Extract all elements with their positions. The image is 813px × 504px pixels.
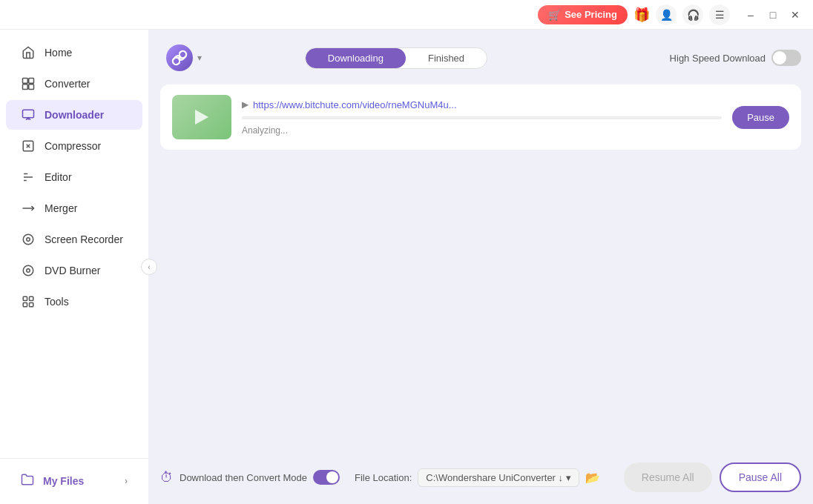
sidebar-label-dvd-burner: DVD Burner [45, 265, 100, 276]
tab-downloading[interactable]: Downloading [306, 48, 406, 68]
tab-switcher: Downloading Finished [305, 47, 487, 69]
headphone-icon[interactable]: 🎧 [682, 4, 703, 25]
download-info: ▶ https://www.bitchute.com/video/rneMGNu… [242, 99, 722, 136]
svg-point-15 [27, 269, 30, 273]
svg-rect-3 [29, 84, 34, 90]
svg-rect-4 [23, 110, 34, 118]
converter-icon [21, 76, 36, 91]
download-status: Analyzing... [242, 125, 722, 136]
sidebar-item-editor[interactable]: Editor [6, 162, 142, 192]
dropdown-chevron-icon: ▾ [566, 472, 571, 483]
my-files-label: My Files [43, 475, 84, 487]
add-url-icon [166, 44, 193, 71]
sidebar-item-compressor[interactable]: Compressor [6, 131, 142, 161]
menu-icon[interactable]: ☰ [709, 4, 730, 25]
add-url-button[interactable]: ▾ [160, 42, 208, 74]
svg-rect-17 [30, 296, 33, 300]
file-location-select[interactable]: C:\Wondershare UniConverter ↓ ▾ [418, 468, 579, 487]
video-link-icon: ▶ [242, 99, 248, 110]
high-speed-toggle[interactable] [771, 50, 801, 66]
svg-rect-19 [30, 303, 33, 307]
cart-icon: 🛒 [548, 9, 561, 21]
tab-finished[interactable]: Finished [406, 48, 487, 68]
home-icon [21, 45, 36, 60]
clock-icon: ⏱ [160, 470, 174, 485]
content-area: ▾ Downloading Finished High Speed Downlo… [148, 30, 813, 504]
maximize-button[interactable]: □ [763, 4, 783, 25]
resume-all-button[interactable]: Resume All [624, 462, 712, 492]
tools-icon [21, 294, 36, 309]
sidebar-item-converter[interactable]: Converter [6, 69, 142, 99]
my-files-icon [21, 473, 34, 488]
main-layout: Home Converter Downloader Compressor [0, 30, 813, 504]
sidebar-item-tools[interactable]: Tools [6, 287, 142, 316]
add-url-chevron-icon: ▾ [197, 53, 202, 63]
download-url: https://www.bitchute.com/video/rneMGNuM4… [253, 99, 457, 110]
gift-icon[interactable]: 🎁 [633, 7, 650, 23]
screen-recorder-icon [21, 232, 36, 247]
profile-icon[interactable]: 👤 [656, 4, 677, 25]
see-pricing-button[interactable]: 🛒 See Pricing [538, 5, 628, 24]
window-controls: – □ ✕ [740, 4, 806, 25]
title-bar: 🛒 See Pricing 🎁 👤 🎧 ☰ – □ ✕ [0, 0, 813, 30]
video-thumbnail [172, 95, 231, 139]
download-convert-mode: ⏱ Download then Convert Mode [160, 470, 340, 485]
svg-rect-18 [23, 303, 27, 307]
merger-icon [21, 201, 36, 216]
sidebar-label-merger: Merger [45, 202, 77, 214]
sidebar-item-screen-recorder[interactable]: Screen Recorder [6, 225, 142, 254]
sidebar-bottom: My Files › [0, 458, 148, 497]
sidebar-item-home[interactable]: Home [6, 38, 142, 67]
my-files-arrow-icon: › [125, 476, 128, 486]
close-button[interactable]: ✕ [785, 4, 806, 25]
svg-point-14 [23, 265, 33, 276]
svg-rect-2 [23, 84, 28, 90]
file-location-label: File Location: [355, 472, 412, 483]
sidebar-item-downloader[interactable]: Downloader [6, 100, 142, 130]
minimize-button[interactable]: – [740, 4, 761, 25]
sidebar-toggle[interactable]: ‹ [141, 259, 157, 275]
dvd-burner-icon [21, 263, 36, 278]
bottom-actions: Resume All Pause All [624, 462, 801, 492]
pause-all-button[interactable]: Pause All [720, 462, 801, 492]
download-list: ▶ https://www.bitchute.com/video/rneMGNu… [160, 84, 801, 452]
progress-bar-container [242, 116, 722, 119]
svg-rect-0 [23, 79, 28, 84]
convert-mode-toggle[interactable] [313, 470, 340, 485]
high-speed-download: High Speed Download [670, 50, 801, 66]
top-bar: ▾ Downloading Finished High Speed Downlo… [160, 42, 801, 74]
url-row: ▶ https://www.bitchute.com/video/rneMGNu… [242, 99, 722, 110]
sidebar-label-downloader: Downloader [45, 109, 104, 121]
svg-rect-1 [29, 79, 34, 84]
high-speed-label: High Speed Download [670, 53, 766, 64]
bottom-bar: ⏱ Download then Convert Mode File Locati… [160, 462, 801, 492]
download-item: ▶ https://www.bitchute.com/video/rneMGNu… [160, 84, 801, 150]
play-icon [195, 110, 208, 125]
see-pricing-label: See Pricing [565, 9, 617, 20]
sidebar-item-my-files[interactable]: My Files › [6, 465, 142, 496]
editor-icon [21, 170, 36, 185]
sidebar: Home Converter Downloader Compressor [0, 30, 148, 504]
sidebar-label-screen-recorder: Screen Recorder [45, 233, 123, 245]
file-location-value: C:\Wondershare UniConverter ↓ [426, 472, 563, 483]
sidebar-label-converter: Converter [45, 78, 90, 90]
compressor-icon [21, 139, 36, 153]
folder-open-icon[interactable]: 📂 [585, 471, 600, 485]
toggle-chevron-icon: ‹ [148, 263, 150, 271]
sidebar-label-editor: Editor [45, 171, 72, 183]
svg-rect-16 [23, 296, 27, 300]
downloader-icon [21, 107, 36, 122]
sidebar-item-merger[interactable]: Merger [6, 193, 142, 223]
download-convert-label: Download then Convert Mode [180, 472, 307, 483]
pause-button[interactable]: Pause [732, 106, 789, 129]
sidebar-label-compressor: Compressor [45, 140, 101, 152]
sidebar-label-home: Home [45, 47, 72, 59]
svg-point-13 [27, 238, 30, 242]
sidebar-label-tools: Tools [45, 296, 69, 308]
file-location: File Location: C:\Wondershare UniConvert… [355, 468, 600, 487]
sidebar-item-dvd-burner[interactable]: DVD Burner [6, 256, 142, 285]
